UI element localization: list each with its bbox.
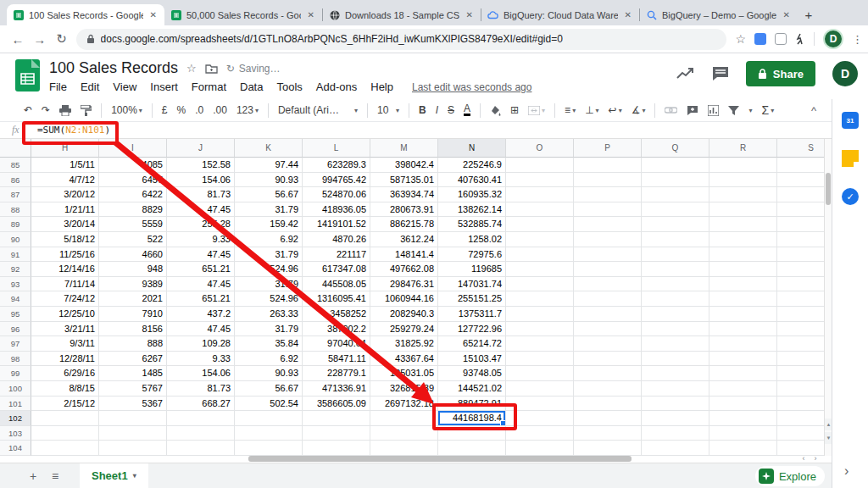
column-header-S[interactable]: S	[777, 139, 824, 158]
document-title[interactable]: 100 Sales Records	[49, 59, 178, 77]
calendar-icon[interactable]: 31	[842, 112, 859, 129]
cell-P98[interactable]	[574, 352, 642, 367]
text-rotation-icon[interactable]: ∡▾	[632, 104, 646, 116]
bookmark-star-icon[interactable]: ☆	[735, 32, 746, 46]
cell-N100[interactable]: 144521.02	[438, 381, 506, 396]
cell-K91[interactable]: 31.79	[235, 247, 303, 263]
row-header-89[interactable]: 89	[0, 217, 31, 232]
row-header-103[interactable]: 103	[0, 426, 31, 441]
cell-R92[interactable]	[709, 262, 777, 277]
cell-H94[interactable]: 7/24/12	[31, 291, 99, 307]
font-size-select[interactable]: 10▾	[377, 104, 399, 116]
cell-K97[interactable]: 35.84	[235, 336, 303, 352]
collapse-panel-icon[interactable]: ›	[844, 463, 849, 479]
cell-J102[interactable]	[167, 411, 235, 426]
cell-H97[interactable]: 9/3/11	[31, 336, 99, 352]
extension-icon[interactable]	[775, 33, 787, 45]
horizontal-align-icon[interactable]: ≡▾	[565, 104, 576, 116]
cell-J94[interactable]: 651.21	[167, 291, 235, 307]
cell-H95[interactable]: 12/25/10	[31, 307, 99, 322]
cell-S101[interactable]	[777, 396, 824, 412]
cell-K88[interactable]: 31.79	[235, 202, 303, 218]
column-header-H[interactable]: H	[31, 139, 99, 158]
cell-L85[interactable]: 623289.3	[303, 158, 370, 173]
cell-O90[interactable]	[506, 232, 574, 247]
cell-J101[interactable]: 668.27	[167, 396, 235, 412]
cell-K96[interactable]: 31.79	[235, 322, 303, 337]
insert-chart-icon[interactable]	[708, 105, 719, 116]
cell-K86[interactable]: 90.93	[235, 173, 303, 188]
cell-L104[interactable]	[303, 441, 370, 456]
redo-icon[interactable]: ↷	[42, 104, 50, 116]
cell-K101[interactable]: 502.54	[235, 396, 303, 412]
menu-tools[interactable]: Tools	[276, 80, 302, 93]
reload-icon[interactable]: ↻	[51, 31, 73, 47]
cell-I85[interactable]: 4085	[99, 158, 167, 173]
font-select[interactable]: Default (Ari…▾	[278, 104, 358, 116]
cell-H96[interactable]: 3/21/11	[31, 322, 99, 337]
cell-O104[interactable]	[506, 441, 574, 456]
cell-R87[interactable]	[709, 187, 777, 202]
column-header-O[interactable]: O	[506, 139, 574, 158]
cell-I91[interactable]: 4660	[99, 247, 167, 263]
cell-I88[interactable]: 8829	[99, 202, 167, 218]
cell-K99[interactable]: 90.93	[235, 366, 303, 381]
cell-S98[interactable]	[777, 352, 824, 367]
print-icon[interactable]	[59, 105, 71, 116]
browser-menu-icon[interactable]: ⋮	[852, 33, 863, 46]
share-button[interactable]: Share	[746, 61, 815, 86]
cell-H93[interactable]: 7/11/14	[31, 277, 99, 292]
cell-O98[interactable]	[506, 352, 574, 367]
cell-M104[interactable]	[370, 441, 438, 456]
cell-K104[interactable]	[235, 441, 303, 456]
cell-S97[interactable]	[777, 336, 824, 352]
fill-color-icon[interactable]	[490, 105, 501, 116]
cell-N104[interactable]	[438, 441, 506, 456]
sheet-menu-icon[interactable]: ▾	[133, 472, 136, 480]
cell-S91[interactable]	[777, 247, 824, 263]
cell-N91[interactable]: 72975.6	[438, 247, 506, 263]
cell-O101[interactable]	[506, 396, 574, 412]
browser-avatar[interactable]: D	[823, 29, 843, 49]
tab-close-icon[interactable]: ✕	[306, 10, 316, 19]
cell-Q87[interactable]	[642, 187, 709, 202]
cell-O88[interactable]	[506, 202, 574, 218]
menu-format[interactable]: Format	[192, 80, 226, 93]
cell-N94[interactable]: 255151.25	[438, 291, 506, 307]
cell-R85[interactable]	[709, 158, 777, 173]
cell-L100[interactable]: 471336.91	[303, 381, 370, 396]
cell-R86[interactable]	[709, 173, 777, 188]
cell-S100[interactable]	[777, 381, 824, 396]
formula-input[interactable]: =SUM(N2:N101)	[37, 125, 110, 136]
cell-P96[interactable]	[574, 322, 642, 337]
cell-H90[interactable]: 5/18/12	[31, 232, 99, 247]
cell-P99[interactable]	[574, 366, 642, 381]
cell-H102[interactable]	[31, 411, 99, 426]
cell-R96[interactable]	[709, 322, 777, 337]
tab-close-icon[interactable]: ✕	[148, 10, 159, 19]
cell-S99[interactable]	[777, 366, 824, 381]
cell-S103[interactable]	[777, 426, 824, 441]
italic-button[interactable]: I	[436, 104, 438, 116]
cell-H91[interactable]: 11/25/16	[31, 247, 99, 263]
cell-Q95[interactable]	[642, 307, 709, 322]
cell-J85[interactable]: 152.58	[167, 158, 235, 173]
cell-R100[interactable]	[709, 381, 777, 396]
cell-M85[interactable]: 398042.4	[370, 158, 438, 173]
vertical-scrollbar-thumb[interactable]	[826, 173, 831, 205]
cell-O97[interactable]	[506, 336, 574, 352]
cell-J92[interactable]: 651.21	[167, 262, 235, 277]
cell-Q102[interactable]	[642, 411, 709, 426]
cell-S94[interactable]	[777, 291, 824, 307]
cell-J90[interactable]: 9.33	[167, 232, 235, 247]
cell-K92[interactable]: 524.96	[235, 262, 303, 277]
cell-J95[interactable]: 437.2	[167, 307, 235, 322]
cell-M89[interactable]: 886215.78	[370, 217, 438, 232]
cell-R104[interactable]	[709, 441, 777, 456]
cell-N98[interactable]: 15103.47	[438, 352, 506, 367]
horizontal-scrollbar[interactable]	[31, 455, 794, 463]
cell-Q86[interactable]	[642, 173, 709, 188]
cell-N93[interactable]: 147031.74	[438, 277, 506, 292]
menu-data[interactable]: Data	[240, 80, 263, 93]
cell-M91[interactable]: 148141.4	[370, 247, 438, 263]
